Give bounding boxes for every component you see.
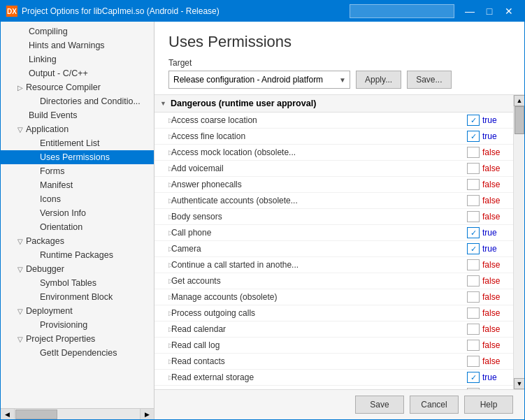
- table-row[interactable]: ▷Get accountsfalse: [154, 273, 513, 289]
- permission-checkbox[interactable]: [467, 291, 480, 303]
- target-select[interactable]: Release configuration - Android platform: [168, 71, 350, 89]
- permission-checkbox[interactable]: [467, 147, 480, 158]
- sidebar-scroll-thumb[interactable]: [15, 410, 57, 419]
- sidebar-group-resource-compiler[interactable]: ▷ Resource Compiler: [1, 80, 154, 94]
- group-header-dangerous[interactable]: ▼ Dangerous (runtime user approval): [154, 95, 513, 113]
- permission-checkbox[interactable]: [467, 324, 480, 335]
- table-row[interactable]: ▷Access mock location (obsolete...false: [154, 145, 513, 161]
- scroll-track[interactable]: [514, 106, 524, 378]
- chevron-icon: ▷: [17, 84, 23, 92]
- permission-name: Read call log: [168, 340, 467, 350]
- permission-checkbox[interactable]: [467, 179, 480, 190]
- permission-checkbox[interactable]: [467, 388, 480, 389]
- table-row[interactable]: ▷Manage accounts (obsolete)false: [154, 289, 513, 305]
- sidebar-item-provisioning[interactable]: Provisioning: [1, 318, 154, 332]
- permission-name: Authenticate accounts (obsolete...: [168, 196, 467, 205]
- table-row[interactable]: ▷Read calendarfalse: [154, 321, 513, 338]
- sidebar-item-uses-permissions[interactable]: Uses Permissions: [1, 150, 154, 164]
- permission-value: false: [482, 324, 508, 334]
- table-row[interactable]: ▷Read call logfalse: [154, 338, 513, 354]
- maximize-button[interactable]: □: [480, 4, 499, 18]
- table-row[interactable]: ▷Access fine location✓true: [154, 129, 513, 145]
- save-target-button[interactable]: Save...: [407, 71, 451, 89]
- expand-icon: ▷: [154, 374, 168, 381]
- sidebar-item-hints-warnings[interactable]: Hints and Warnings: [1, 38, 154, 52]
- cancel-button[interactable]: Cancel: [410, 396, 459, 414]
- expand-icon: ▷: [154, 342, 168, 349]
- table-row[interactable]: ▷Process outgoing callsfalse: [154, 305, 513, 321]
- sidebar-group-project-properties[interactable]: ▽ Project Properties: [1, 332, 154, 346]
- permission-checkbox[interactable]: [467, 275, 480, 287]
- table-row[interactable]: ▷Add voicemailfalse: [154, 161, 513, 177]
- sidebar-item-runtime-packages[interactable]: Runtime Packages: [1, 248, 154, 262]
- permission-checkbox[interactable]: ✓: [467, 131, 480, 142]
- permission-value: false: [482, 212, 508, 222]
- permission-name: Read external storage: [168, 372, 467, 382]
- sidebar-group-packages[interactable]: ▽ Packages: [1, 234, 154, 248]
- sidebar-scroll-right[interactable]: ▶: [140, 409, 154, 419]
- table-row[interactable]: ▷Camera✓true: [154, 241, 513, 257]
- sidebar-item-linking[interactable]: Linking: [1, 52, 154, 66]
- sidebar-item-entitlement[interactable]: Entitlement List: [1, 136, 154, 150]
- permission-name: Process outgoing calls: [168, 308, 467, 318]
- permission-checkbox[interactable]: ✓: [467, 115, 480, 126]
- sidebar-item-orientation[interactable]: Orientation: [1, 220, 154, 234]
- chevron-down-icon: ▽: [17, 126, 23, 133]
- table-row[interactable]: ▷Read contactsfalse: [154, 354, 513, 370]
- sidebar-group-deployment[interactable]: ▽ Deployment: [1, 304, 154, 318]
- permission-checkbox[interactable]: ✓: [467, 227, 480, 238]
- table-row[interactable]: ▷Call phone✓true: [154, 225, 513, 241]
- sidebar-item-build-events[interactable]: Build Events: [1, 108, 154, 122]
- table-row[interactable]: ▷Read history bookmarks (obsole...false: [154, 386, 513, 389]
- minimize-button[interactable]: —: [460, 4, 480, 18]
- sidebar-item-compiling[interactable]: Compiling: [1, 24, 154, 38]
- permission-name: Body sensors: [168, 212, 467, 222]
- table-row[interactable]: ▷Read external storage✓true: [154, 370, 513, 386]
- help-button[interactable]: Help: [464, 396, 513, 414]
- main-content: Compiling Hints and Warnings Linking Out…: [1, 22, 524, 419]
- title-bar: DX Project Options for libCapImei.so (An…: [1, 1, 524, 22]
- scroll-thumb[interactable]: [515, 106, 524, 134]
- title-search-input[interactable]: [350, 4, 454, 18]
- permissions-area[interactable]: ▼ Dangerous (runtime user approval) ▷Acc…: [154, 95, 513, 389]
- save-button[interactable]: Save: [355, 396, 404, 414]
- permission-checkbox[interactable]: ✓: [467, 243, 480, 254]
- permission-checkbox[interactable]: [467, 259, 480, 270]
- sidebar-item-getit[interactable]: GetIt Dependencies: [1, 346, 154, 360]
- close-button[interactable]: ✕: [499, 4, 519, 18]
- right-scrollbar[interactable]: ▲ ▼: [513, 95, 524, 389]
- table-row[interactable]: ▷Access coarse location✓true: [154, 113, 513, 129]
- sidebar-item-directories[interactable]: Directories and Conditio...: [1, 94, 154, 108]
- sidebar-item-environment-block[interactable]: Environment Block: [1, 290, 154, 304]
- permission-checkbox[interactable]: [467, 163, 480, 174]
- sidebar-group-debugger[interactable]: ▽ Debugger: [1, 262, 154, 276]
- sidebar-item-symbol-tables[interactable]: Symbol Tables: [1, 276, 154, 290]
- expand-icon: ▷: [154, 213, 168, 220]
- sidebar-scrollbar[interactable]: ◀ ▶: [1, 408, 154, 419]
- permission-checkbox[interactable]: ✓: [467, 372, 480, 383]
- expand-icon: ▷: [154, 181, 168, 188]
- sidebar-group-application[interactable]: ▽ Application: [1, 122, 154, 136]
- permission-checkbox[interactable]: [467, 195, 480, 206]
- permission-value: false: [482, 356, 508, 366]
- sidebar-item-manifest[interactable]: Manifest: [1, 178, 154, 192]
- permission-checkbox[interactable]: [467, 307, 480, 319]
- sidebar-item-icons[interactable]: Icons: [1, 192, 154, 206]
- scroll-up-button[interactable]: ▲: [514, 95, 524, 106]
- sidebar-item-version-info[interactable]: Version Info: [1, 206, 154, 220]
- sidebar-item-forms[interactable]: Forms: [1, 164, 154, 178]
- table-row[interactable]: ▷Continue a call started in anothe...fal…: [154, 257, 513, 273]
- sidebar-item-output-cpp[interactable]: Output - C/C++: [1, 66, 154, 80]
- permission-checkbox[interactable]: [467, 340, 480, 351]
- scroll-down-button[interactable]: ▼: [514, 378, 524, 389]
- table-row[interactable]: ▷Authenticate accounts (obsolete...false: [154, 193, 513, 209]
- apply-button[interactable]: Apply...: [356, 71, 401, 89]
- permission-checkbox[interactable]: [467, 211, 480, 222]
- permission-value: false: [482, 292, 508, 302]
- sidebar-group-label: Resource Compiler: [26, 82, 101, 92]
- expand-icon: ▷: [154, 197, 168, 204]
- table-row[interactable]: ▷Answer phonecallsfalse: [154, 177, 513, 193]
- sidebar-scroll-left[interactable]: ◀: [1, 409, 15, 419]
- table-row[interactable]: ▷Body sensorsfalse: [154, 209, 513, 225]
- permission-checkbox[interactable]: [467, 356, 480, 367]
